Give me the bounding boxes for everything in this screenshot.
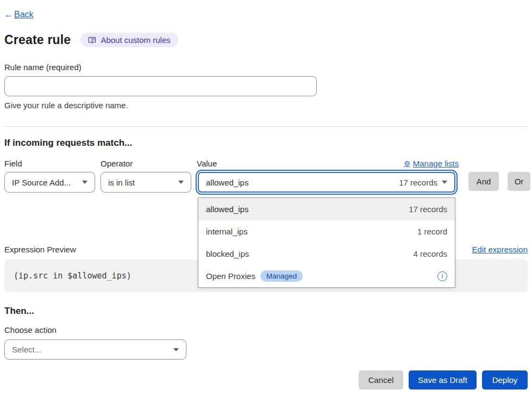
title-row: Create rule About custom rules [4, 33, 528, 47]
field-select-value: IP Source Add... [12, 178, 71, 187]
manage-lists-label: Manage lists [413, 159, 459, 168]
edit-expression-link[interactable]: Edit expression [472, 245, 528, 254]
chevron-down-icon [82, 181, 87, 184]
list-option-allowed-ips[interactable]: allowed_ips 17 records [198, 198, 455, 220]
list-option-meta: 4 records [413, 249, 447, 258]
action-select[interactable]: Select... [4, 339, 186, 360]
create-rule-page: ←Back Create rule About custom rules Rul… [0, 0, 532, 389]
expression-code: (ip.src in $allowed_ips) [14, 271, 132, 281]
value-combobox-meta: 17 records [399, 178, 437, 187]
list-option-name: Open Proxies [206, 271, 255, 281]
and-or-cell: And Or [464, 172, 530, 191]
list-option-meta: 17 records [409, 205, 447, 214]
page-title: Create rule [4, 33, 71, 47]
field-select[interactable]: IP Source Add... [4, 172, 95, 193]
managed-badge: Managed [260, 270, 303, 282]
operator-label: Operator [101, 159, 191, 168]
gear-icon: ⚙ [404, 159, 410, 168]
rule-name-label: Rule name (required) [4, 63, 82, 72]
list-option-name: internal_ips [206, 227, 248, 236]
field-label: Field [4, 159, 95, 168]
section-divider [4, 126, 528, 127]
list-option-left: Open Proxies Managed [206, 270, 303, 282]
back-link[interactable]: ←Back [4, 10, 34, 19]
value-combobox-right: 17 records [399, 178, 447, 187]
back-arrow-icon: ← [4, 10, 13, 20]
list-option-internal-ips[interactable]: internal_ips 1 record [198, 220, 455, 243]
value-label: Value [197, 159, 217, 168]
choose-action-label: Choose action [4, 325, 528, 335]
list-dropdown: allowed_ips 17 records internal_ips 1 re… [198, 197, 455, 288]
deploy-button[interactable]: Deploy [482, 370, 528, 389]
cancel-button[interactable]: Cancel [359, 370, 403, 389]
then-heading: Then... [4, 306, 528, 317]
list-option-open-proxies[interactable]: Open Proxies Managed i [198, 265, 455, 287]
back-link-label: Back [14, 10, 34, 19]
condition-row: Field Operator Value ⚙ Manage lists IP S… [4, 159, 528, 193]
operator-select[interactable]: is in list [101, 172, 191, 193]
or-button[interactable]: Or [508, 172, 530, 191]
list-option-name: blocked_ips [206, 249, 249, 258]
value-combobox[interactable]: allowed_ips 17 records [198, 172, 455, 193]
match-section-heading: If incoming requests match... [4, 138, 528, 149]
rule-name-block: Rule name (required) Give your rule a de… [4, 63, 528, 110]
save-as-draft-button[interactable]: Save as Draft [409, 370, 477, 389]
back-row: ←Back [4, 10, 528, 20]
operator-select-value: is in list [108, 178, 135, 187]
rule-name-helper: Give your rule a descriptive name. [4, 101, 528, 110]
about-custom-rules-label: About custom rules [101, 35, 170, 45]
chevron-down-icon [442, 181, 447, 184]
list-option-meta: 1 record [417, 227, 447, 236]
about-custom-rules-link[interactable]: About custom rules [80, 33, 178, 47]
footer-actions: Cancel Save as Draft Deploy [4, 370, 528, 389]
expression-preview-label: Expression Preview [4, 245, 76, 254]
action-select-placeholder: Select... [12, 345, 41, 354]
value-label-row: Value ⚙ Manage lists [197, 159, 459, 168]
list-option-name: allowed_ips [206, 205, 248, 214]
chevron-down-icon [178, 181, 184, 184]
value-column: allowed_ips 17 records allowed_ips 17 re… [197, 172, 459, 193]
info-icon[interactable]: i [437, 271, 447, 281]
book-icon [88, 36, 96, 44]
and-button[interactable]: And [468, 172, 499, 191]
manage-lists-link[interactable]: ⚙ Manage lists [404, 159, 459, 168]
chevron-down-icon [173, 348, 179, 351]
rule-name-input[interactable] [4, 76, 317, 96]
list-option-blocked-ips[interactable]: blocked_ips 4 records [198, 243, 455, 265]
value-combobox-selected: allowed_ips [206, 178, 248, 187]
